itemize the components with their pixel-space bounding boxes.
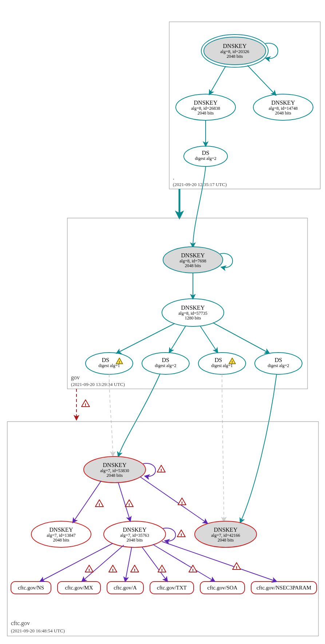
svg-text:2048 bits: 2048 bits: [198, 110, 214, 116]
svg-text:digest alg=2: digest alg=2: [155, 363, 176, 368]
warn-icon: !: [157, 465, 165, 474]
zone-cftc: cftc.gov (2021-09-20 16:48:54 UTC) DNSKE…: [7, 422, 318, 636]
zone-gov-name: gov: [71, 374, 80, 381]
svg-text:cftc.gov/NSEC3PARAM: cftc.gov/NSEC3PARAM: [257, 585, 312, 591]
svg-text:alg=7, id=42166: alg=7, id=42166: [211, 533, 240, 538]
svg-text:2048 bits: 2048 bits: [218, 538, 234, 543]
zone-root-time: (2021-09-20 12:35:17 UTC): [173, 182, 227, 187]
svg-text:!: !: [134, 567, 136, 573]
svg-text:DNSKEY: DNSKEY: [103, 462, 127, 468]
rr-nsec3param: cftc.gov/NSEC3PARAM: [251, 581, 317, 594]
svg-text:2048 bits: 2048 bits: [275, 110, 292, 116]
svg-text:DS: DS: [275, 357, 282, 363]
node-gov-ds-2a: DS digest alg=2: [142, 353, 189, 374]
svg-text:2048 bits: 2048 bits: [127, 538, 143, 543]
svg-text:!: !: [99, 502, 100, 508]
node-cftc-dnskey-42166: DNSKEY alg=7, id=42166 2048 bits: [195, 521, 257, 547]
svg-text:cftc.gov/NS: cftc.gov/NS: [18, 585, 44, 591]
svg-text:!: !: [161, 567, 163, 573]
edge-ds2b-to-42166: [240, 374, 277, 523]
svg-text:DS: DS: [202, 150, 209, 156]
node-root-dnskey-20326: DNSKEY alg=8, id=20326 2048 bits: [201, 35, 268, 67]
svg-text:cftc.gov/MX: cftc.gov/MX: [65, 585, 93, 591]
svg-text:DNSKEY: DNSKEY: [123, 527, 147, 533]
rr-a: cftc.gov/A: [107, 581, 143, 594]
svg-text:DNSKEY: DNSKEY: [223, 43, 247, 49]
svg-text:alg=8, id=7698: alg=8, id=7698: [179, 258, 206, 263]
svg-text:DS: DS: [215, 357, 222, 363]
svg-text:!: !: [88, 567, 90, 573]
svg-text:cftc.gov/SOA: cftc.gov/SOA: [207, 585, 238, 591]
svg-text:2048 bits: 2048 bits: [53, 538, 70, 543]
node-cftc-dnskey-53830: DNSKEY alg=7, id=53830 2048 bits: [84, 456, 146, 483]
node-root-dnskey-14748: DNSKEY alg=8, id=14748 2048 bits: [253, 94, 313, 120]
svg-text:DNSKEY: DNSKEY: [214, 527, 238, 533]
svg-text:1280 bits: 1280 bits: [185, 315, 201, 321]
svg-text:alg=8, id=14748: alg=8, id=14748: [269, 106, 298, 111]
rr-soa: cftc.gov/SOA: [200, 581, 245, 594]
warn-icon: !: [158, 565, 166, 573]
rr-mx: cftc.gov/MX: [58, 581, 100, 594]
svg-text:!: !: [181, 500, 183, 506]
svg-text:digest alg=2: digest alg=2: [195, 156, 216, 161]
node-gov-ds-2b: DS digest alg=2: [255, 353, 302, 374]
zone-root: . (2021-09-20 12:35:17 UTC) DNSKEY alg=8…: [169, 22, 320, 189]
warn-icon: !: [178, 498, 186, 506]
zone-cftc-name: cftc.gov: [11, 620, 30, 627]
dnssec-diagram: . (2021-09-20 12:35:17 UTC) DNSKEY alg=8…: [0, 0, 325, 644]
svg-text:DNSKEY: DNSKEY: [181, 305, 205, 311]
node-gov-dnskey-7698: DNSKEY alg=8, id=7698 2048 bits: [163, 247, 223, 273]
warn-icon: !: [125, 500, 133, 508]
node-root-dnskey-26838: DNSKEY alg=8, id=26838 2048 bits: [176, 94, 235, 120]
svg-text:alg=7, id=53830: alg=7, id=53830: [100, 468, 129, 473]
rr-ns: cftc.gov/NS: [11, 581, 51, 594]
svg-text:!: !: [160, 467, 162, 474]
svg-text:2048 bits: 2048 bits: [227, 54, 243, 59]
svg-text:alg=8, id=57735: alg=8, id=57735: [178, 311, 207, 316]
svg-text:cftc.gov/A: cftc.gov/A: [114, 585, 137, 591]
svg-text:DS: DS: [102, 357, 109, 363]
svg-text:cftc.gov/TXT: cftc.gov/TXT: [157, 585, 187, 591]
svg-text:!: !: [231, 360, 233, 365]
zone-root-name: .: [173, 174, 174, 181]
node-cftc-dnskey-35763: DNSKEY alg=7, id=35763 2048 bits: [104, 521, 166, 547]
node-gov-ds-1b: DS digest alg=1: [198, 353, 246, 374]
svg-text:!: !: [112, 567, 114, 573]
svg-text:DNSKEY: DNSKEY: [181, 252, 205, 258]
node-gov-dnskey-57735: DNSKEY alg=8, id=57735 1280 bits: [162, 299, 224, 326]
warn-icon: !: [177, 530, 185, 538]
svg-text:DNSKEY: DNSKEY: [49, 527, 73, 533]
zone-gov: gov (2021-09-20 13:29:34 UTC) DNSKEY alg…: [67, 166, 308, 389]
warn-icon: !: [82, 400, 90, 408]
svg-text:!: !: [192, 567, 194, 573]
edge-ds1b-to-42166: [222, 374, 224, 522]
svg-text:!: !: [181, 532, 182, 538]
svg-text:!: !: [119, 360, 120, 365]
svg-text:DNSKEY: DNSKEY: [194, 100, 218, 106]
warn-icon: !: [95, 500, 103, 508]
node-root-ds: DS digest alg=2: [184, 146, 227, 166]
zone-cftc-time: (2021-09-20 16:48:54 UTC): [11, 628, 65, 633]
svg-text:alg=7, id=35763: alg=7, id=35763: [120, 533, 149, 538]
svg-text:alg=8, id=26838: alg=8, id=26838: [191, 106, 220, 111]
node-gov-ds-1a: DS digest alg=1: [86, 353, 133, 374]
warn-icon: !: [233, 563, 241, 571]
rr-row: cftc.gov/NS cftc.gov/MX cftc.gov/A cftc.…: [11, 581, 317, 594]
svg-text:!: !: [85, 402, 87, 408]
svg-text:!: !: [128, 502, 130, 508]
rr-txt: cftc.gov/TXT: [150, 581, 194, 594]
svg-text:alg=7, id=13847: alg=7, id=13847: [47, 533, 76, 538]
warn-icon: !: [85, 565, 93, 573]
zone-gov-time: (2021-09-20 13:29:34 UTC): [71, 382, 125, 387]
svg-text:!: !: [236, 565, 238, 571]
svg-text:DS: DS: [162, 357, 169, 363]
svg-text:2048 bits: 2048 bits: [107, 473, 123, 478]
node-cftc-dnskey-13847: DNSKEY alg=7, id=13847 2048 bits: [31, 521, 91, 547]
warn-icon: !: [131, 565, 139, 573]
svg-text:DNSKEY: DNSKEY: [272, 100, 295, 106]
svg-text:alg=8, id=20326: alg=8, id=20326: [220, 49, 249, 54]
warn-icon: !: [109, 565, 117, 573]
svg-text:digest alg=2: digest alg=2: [267, 363, 289, 368]
svg-text:2048 bits: 2048 bits: [185, 263, 201, 268]
